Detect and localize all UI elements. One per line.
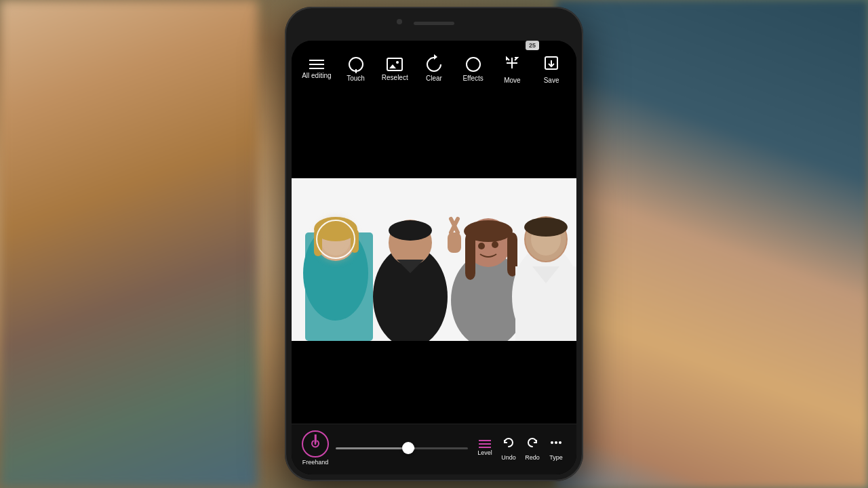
save-icon xyxy=(543,55,559,74)
photo-area[interactable] xyxy=(292,178,576,341)
all-editing-button[interactable]: All editing xyxy=(300,60,334,79)
undo-button[interactable]: Undo xyxy=(498,436,519,461)
touch-icon xyxy=(349,57,363,72)
phone-speaker xyxy=(414,22,454,25)
slider-track xyxy=(336,447,468,449)
clear-label: Clear xyxy=(426,75,442,82)
effects-label: Effects xyxy=(462,75,483,82)
reselect-label: Reselect xyxy=(382,74,408,81)
touch-label: Touch xyxy=(347,75,365,82)
move-button[interactable]: Move xyxy=(495,55,529,84)
phone-device: 25 All editing Touch xyxy=(285,7,583,481)
svg-point-35 xyxy=(551,441,553,444)
main-content xyxy=(292,95,576,424)
level-button[interactable]: Level xyxy=(475,440,495,456)
more-icon xyxy=(549,436,563,453)
phone-screen: 25 All editing Touch xyxy=(292,41,576,474)
freehand-label: Freehand xyxy=(302,459,329,466)
hamburger-icon xyxy=(309,60,324,69)
move-label: Move xyxy=(504,77,520,84)
bottom-toolbar: Freehand Level xyxy=(292,424,576,474)
type-button[interactable]: Type xyxy=(546,436,566,461)
clear-button[interactable]: Clear xyxy=(417,57,451,82)
clear-icon xyxy=(427,57,441,72)
bg-left-blur xyxy=(0,0,258,488)
undo-icon xyxy=(502,436,515,453)
type-label: Type xyxy=(549,454,563,461)
effects-icon xyxy=(466,57,481,72)
bottom-right-controls: Level Undo xyxy=(475,436,566,461)
move-icon xyxy=(504,55,520,74)
freehand-section: Freehand xyxy=(302,430,329,466)
reselect-button[interactable]: Reselect xyxy=(378,58,412,81)
all-editing-label: All editing xyxy=(302,72,331,79)
svg-rect-23 xyxy=(465,232,475,280)
touch-button[interactable]: Touch xyxy=(339,57,373,82)
level-icon xyxy=(479,440,491,448)
svg-point-33 xyxy=(524,218,568,237)
redo-label: Redo xyxy=(525,454,540,461)
svg-point-37 xyxy=(559,441,561,444)
svg-point-36 xyxy=(555,441,557,444)
redo-button[interactable]: Redo xyxy=(522,436,542,461)
group-photo xyxy=(292,178,576,341)
save-label: Save xyxy=(544,77,559,84)
svg-point-26 xyxy=(492,241,498,248)
level-label: Level xyxy=(477,449,492,456)
size-badge: 25 xyxy=(526,41,539,50)
effects-button[interactable]: Effects xyxy=(456,57,490,82)
phone-camera xyxy=(397,19,402,24)
bg-right-blur xyxy=(556,0,868,488)
reselect-icon xyxy=(387,58,403,71)
slider-thumb[interactable] xyxy=(402,442,414,454)
freehand-button[interactable] xyxy=(302,430,329,458)
svg-point-15 xyxy=(389,220,432,241)
redo-icon xyxy=(526,436,539,453)
undo-label: Undo xyxy=(501,454,516,461)
svg-point-25 xyxy=(478,243,485,249)
top-toolbar: 25 All editing Touch xyxy=(292,41,576,95)
svg-rect-19 xyxy=(448,232,461,253)
slider-area[interactable] xyxy=(336,447,468,449)
save-button[interactable]: Save xyxy=(534,55,568,84)
